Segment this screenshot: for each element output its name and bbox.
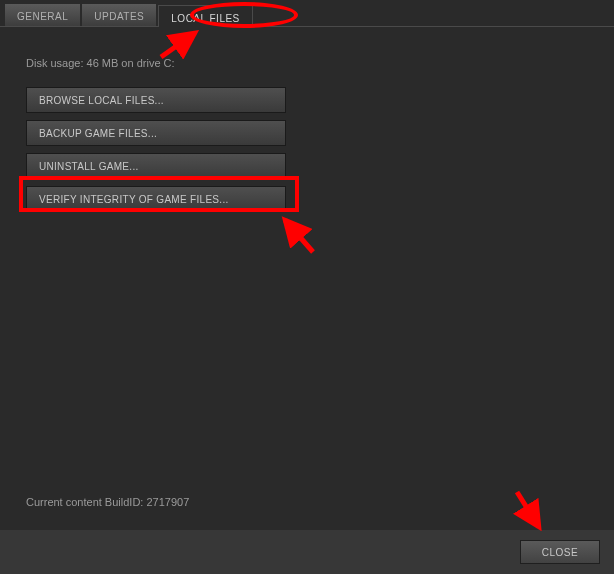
annotation-arrow-close (505, 487, 550, 535)
tab-local-files[interactable]: LOCAL FILES (158, 5, 253, 27)
disk-usage-label: Disk usage: 46 MB on drive C: (26, 57, 588, 69)
uninstall-game-button[interactable]: UNINSTALL GAME... (26, 153, 286, 179)
close-button[interactable]: CLOSE (520, 540, 600, 564)
verify-integrity-button[interactable]: VERIFY INTEGRITY OF GAME FILES... (26, 186, 286, 212)
svg-line-2 (517, 492, 539, 527)
annotation-arrow-verify (275, 212, 320, 257)
button-group: BROWSE LOCAL FILES... BACKUP GAME FILES.… (26, 87, 588, 212)
tab-bar: GENERAL UPDATES LOCAL FILES (0, 0, 614, 27)
build-id-label: Current content BuildID: 2717907 (26, 496, 189, 508)
dialog-footer: CLOSE (0, 530, 614, 574)
browse-local-files-button[interactable]: BROWSE LOCAL FILES... (26, 87, 286, 113)
tab-general[interactable]: GENERAL (5, 4, 80, 26)
tab-content: Disk usage: 46 MB on drive C: BROWSE LOC… (0, 27, 614, 212)
svg-line-1 (285, 220, 313, 252)
tab-updates[interactable]: UPDATES (82, 4, 156, 26)
backup-game-files-button[interactable]: BACKUP GAME FILES... (26, 120, 286, 146)
